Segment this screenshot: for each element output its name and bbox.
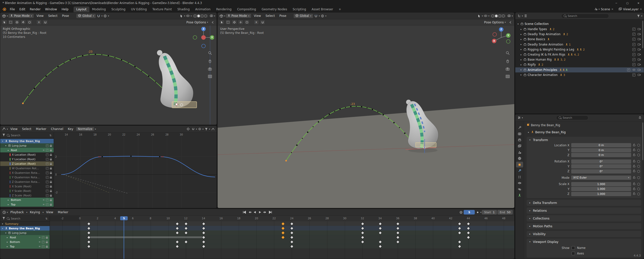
fcurve-keyframe[interactable] (130, 156, 131, 157)
graph-channel-row[interactable]: ▸Top≡✓ (0, 202, 54, 207)
exclude-checkbox[interactable]: ✓ (632, 33, 635, 36)
graph-channel-row[interactable]: Z Location (Root)✓ (0, 161, 54, 166)
shading-mode-pill[interactable] (192, 14, 209, 18)
channel-mute-icon[interactable]: ✓ (46, 149, 49, 152)
disable-render-camera-icon[interactable] (638, 48, 641, 51)
next-keyframe-button[interactable] (263, 210, 267, 214)
camera-view-icon[interactable] (208, 67, 212, 71)
fcurve-modifier-icon[interactable] (211, 127, 215, 131)
channel-mute-icon[interactable]: ✓ (46, 162, 49, 165)
graph-channel-row[interactable]: Z Quaternion Rota...✓ (0, 180, 54, 184)
timeline-channel-row[interactable]: ▸Root≡✓ (0, 235, 50, 240)
channel-lock-icon[interactable] (50, 163, 52, 165)
start-frame-field[interactable]: Start1 (482, 210, 497, 214)
snap-magnet-icon[interactable] (314, 14, 318, 18)
outliner-row[interactable]: ▸ Creating IK & FK Arm Rigs 4, 2 ✓ (515, 52, 644, 57)
sort-icon[interactable]: ⇅ (46, 217, 48, 220)
tool-cursor-icon[interactable] (232, 20, 237, 25)
graph-channel-row[interactable]: Y Quaternion Rota...✓ (0, 175, 54, 180)
shading-wireframe-icon[interactable] (194, 15, 196, 17)
object-name-row[interactable]: ▾ Benny the Bean_Rig (527, 129, 641, 135)
transform-value-field[interactable]: 0 m (571, 143, 631, 147)
animate-dot-button[interactable] (637, 154, 640, 156)
channel-mute-icon[interactable]: ✓ (46, 153, 49, 156)
outliner-row[interactable]: ▸ Bone Basics ✓ (515, 37, 644, 42)
graph-channel-row[interactable]: Y Scale (Root)✓ (0, 189, 54, 193)
menu-marker[interactable]: Marker (56, 210, 70, 214)
channel-mute-icon[interactable]: ✓ (46, 167, 49, 170)
filter-funnel-icon[interactable] (636, 14, 641, 18)
blender-logo-icon[interactable] (2, 7, 6, 11)
workspace-tab-modeling[interactable]: Modeling (89, 7, 109, 12)
minimize-button[interactable]: ─ (611, 0, 622, 6)
properties-editor-type-icon[interactable] (517, 115, 521, 120)
workspace-tab-rendering[interactable]: Rendering (213, 7, 234, 12)
properties-tab-constraints[interactable] (516, 186, 523, 192)
shading-rendered-icon[interactable] (204, 15, 207, 17)
shading-mode-pill[interactable] (490, 14, 506, 18)
transform-value-field[interactable]: 0 m (571, 148, 631, 152)
animate-dot-button[interactable] (637, 193, 640, 195)
auto-keying-icon[interactable] (459, 210, 463, 214)
channel-lock-icon[interactable] (50, 172, 52, 174)
timeline-channel-search[interactable]: Search ⇅ (0, 216, 50, 222)
properties-tab-object-data[interactable] (516, 193, 523, 198)
outliner-row-scene-collection[interactable]: ▾ Scene Collection (515, 21, 644, 26)
exclude-checkbox[interactable]: ✓ (632, 38, 635, 41)
channel-mute-icon[interactable]: ✓ (42, 236, 45, 239)
hide-eye-icon[interactable] (632, 68, 635, 72)
disable-render-camera-icon[interactable] (638, 27, 641, 31)
exclude-checkbox[interactable]: ✓ (627, 68, 630, 71)
tool-rotate-icon[interactable] (27, 20, 32, 25)
transform-value-field[interactable]: 1.000 (571, 187, 631, 191)
viewport-display-header[interactable]: ▾ Viewport Display (527, 239, 641, 245)
disable-render-camera-icon[interactable] (638, 37, 641, 41)
filter-funnel-icon[interactable] (204, 127, 209, 131)
outliner-scrollbar[interactable] (642, 21, 643, 48)
menu-keying[interactable]: Keying (28, 210, 42, 214)
channel-mute-icon[interactable]: ✓ (46, 199, 49, 201)
pan-hand-icon[interactable] (208, 59, 212, 64)
menu-key[interactable]: Key (66, 127, 75, 131)
menu-view[interactable]: View (8, 127, 19, 131)
graph-channel-row[interactable]: X Scale (Root)✓ (0, 184, 54, 189)
channel-lock-icon[interactable] (50, 159, 52, 160)
mode-dropdown[interactable]: Pose Mode▾ (8, 14, 34, 18)
tool-tweak-icon[interactable] (2, 20, 7, 25)
channel-mute-icon[interactable]: ✓ (46, 190, 49, 192)
menu-select[interactable]: Select (263, 14, 277, 18)
transform-value-field[interactable]: 0 m (571, 153, 631, 157)
exclude-checkbox[interactable]: ✓ (632, 43, 635, 46)
bean-character[interactable] (157, 50, 193, 108)
cursor-toggle-icon[interactable] (186, 127, 190, 131)
menubar-item-window[interactable]: Window (43, 7, 59, 12)
viewport-left-canvas[interactable]: -23 Right Orthographic (5) Benny the Bea… (0, 25, 217, 125)
viewlayer-close-icon[interactable]: ✕ (640, 8, 642, 11)
animate-dot-button[interactable] (637, 165, 640, 168)
camera-view-icon[interactable] (506, 67, 510, 71)
jump-to-end-button[interactable] (268, 210, 273, 214)
outliner-row[interactable]: ▸ Rigify 2 ✓ (515, 62, 644, 67)
timeline-editor-type-icon[interactable] (2, 210, 6, 214)
panel-collections[interactable]: ▸Collections (527, 215, 641, 222)
play-button[interactable] (258, 210, 262, 214)
graph-plot-area[interactable]: 14161820222426283020-2 (54, 133, 217, 208)
properties-tab-particles[interactable] (516, 174, 523, 180)
transform-value-field[interactable]: 0° (571, 169, 631, 174)
workspace-tab-texture-paint[interactable]: Texture Paint (150, 7, 175, 12)
scene-close-icon[interactable]: ✕ (611, 8, 613, 11)
pose-options-dropdown[interactable]: Pose Options▾ (185, 20, 210, 24)
graph-channel-row[interactable]: ▸Bottom≡✓ (0, 198, 54, 202)
current-frame-field[interactable]: 5 (464, 210, 475, 214)
channel-mute-icon[interactable]: ✓ (46, 171, 49, 174)
orientation-dropdown[interactable]: Global▾ (293, 14, 313, 18)
sidebar-toggle-icon[interactable] (508, 20, 513, 25)
jump-to-start-button[interactable] (242, 210, 246, 214)
transform-value-field[interactable]: 1.000 (571, 182, 631, 186)
shading-material-icon[interactable] (498, 15, 501, 17)
animate-dot-button[interactable] (637, 188, 640, 190)
editor-type-icon[interactable] (2, 14, 6, 18)
channel-lock-icon[interactable] (50, 177, 52, 179)
tool-tweak-icon[interactable] (219, 20, 224, 25)
channel-mute-icon[interactable]: ✓ (46, 194, 49, 197)
